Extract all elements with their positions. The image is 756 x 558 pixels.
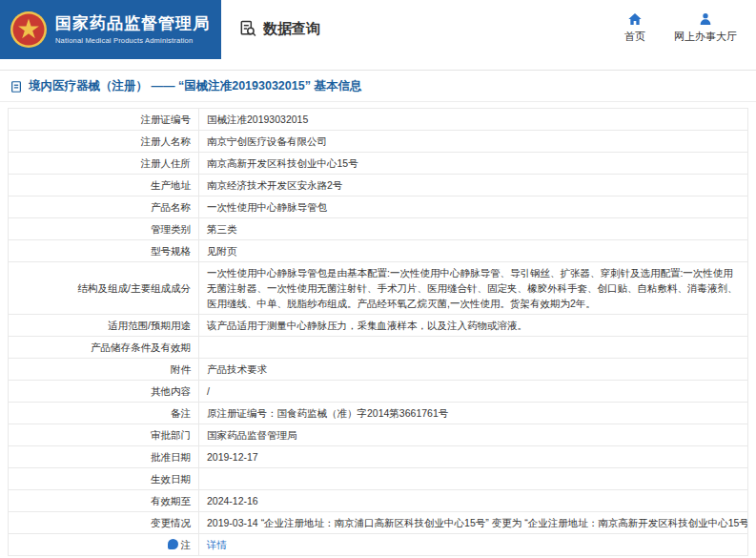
row-label: 结构及组成/主要组成成分 bbox=[9, 262, 199, 315]
row-label: 批准日期 bbox=[9, 446, 199, 468]
nmpa-emblem-icon bbox=[10, 10, 48, 49]
table-row: 结构及组成/主要组成成分一次性使用中心静脉导管包是由基本配置:一次性使用中心静脉… bbox=[9, 262, 748, 315]
brand-banner: 国家药品监督管理局 National Medical Products Admi… bbox=[0, 0, 221, 59]
nav-data-query[interactable]: 数据查询 bbox=[238, 19, 320, 38]
table-row: 其他内容/ bbox=[9, 381, 748, 403]
row-value: 国械注准20193032015 bbox=[199, 109, 748, 131]
table-row: 生效日期 bbox=[9, 468, 748, 490]
table-row: 附件产品技术要求 bbox=[9, 359, 748, 381]
table-row: 适用范围/预期用途该产品适用于测量中心静脉压力，采集血液样本，以及注入药物或溶液… bbox=[9, 315, 748, 337]
row-label: 有效期至 bbox=[9, 490, 199, 512]
row-label: 注册人住所 bbox=[9, 153, 199, 175]
home-icon bbox=[627, 11, 643, 27]
table-row: 注册人名称南京宁创医疗设备有限公司 bbox=[9, 131, 748, 153]
row-label: 生效日期 bbox=[9, 468, 199, 490]
table-row: 注册证编号国械注准20193032015 bbox=[9, 109, 748, 131]
row-label: 备注 bbox=[9, 403, 199, 424]
row-value: 一次性使用中心静脉导管包是由基本配置:一次性使用中心静脉导管、导引钢丝、扩张器、… bbox=[199, 262, 748, 315]
row-value: 一次性使用中心静脉导管包 bbox=[199, 196, 748, 218]
row-value: 2019-03-14 “企业注册地址：南京浦口高新区科技创业中心15号” 变更为… bbox=[199, 512, 748, 534]
row-label: 注册证编号 bbox=[9, 109, 199, 131]
row-label: 产品储存条件及有效期 bbox=[9, 337, 199, 359]
table-row: 生产地址南京经济技术开发区安永路2号 bbox=[9, 175, 748, 196]
row-value bbox=[199, 468, 748, 490]
document-search-icon bbox=[238, 19, 257, 38]
row-value: / bbox=[199, 381, 748, 403]
row-label: 注 bbox=[9, 534, 199, 556]
row-value: 2019-12-17 bbox=[199, 446, 748, 468]
row-label: 适用范围/预期用途 bbox=[9, 315, 199, 337]
row-label: 型号规格 bbox=[9, 240, 199, 262]
table-row: 批准日期2019-12-17 bbox=[9, 446, 748, 468]
nav-home[interactable]: 首页 bbox=[624, 11, 645, 44]
row-label: 产品名称 bbox=[9, 196, 199, 218]
person-icon bbox=[698, 11, 713, 27]
row-value: 产品技术要求 bbox=[199, 359, 748, 381]
row-value: 该产品适用于测量中心静脉压力，采集血液样本，以及注入药物或溶液。 bbox=[199, 315, 748, 337]
table-row: 产品名称一次性使用中心静脉导管包 bbox=[9, 196, 748, 218]
row-label: 附件 bbox=[9, 359, 199, 381]
agency-name: 国家药品监督管理局 bbox=[55, 14, 210, 33]
info-table-body: 注册证编号国械注准20193032015注册人名称南京宁创医疗设备有限公司注册人… bbox=[9, 109, 748, 556]
nav-data-query-label: 数据查询 bbox=[263, 20, 320, 38]
table-row: 注详情 bbox=[9, 534, 748, 556]
document-icon bbox=[10, 80, 23, 93]
table-row: 注册人住所南京高新开发区科技创业中心15号 bbox=[9, 153, 748, 175]
table-row: 审批部门国家药品监督管理局 bbox=[9, 424, 748, 446]
row-value: 详情 bbox=[199, 534, 748, 556]
page-title: 境内医疗器械（注册） —— “国械注准20193032015” 基本信息 bbox=[29, 78, 361, 94]
breadcrumb: 境内医疗器械（注册） —— “国械注准20193032015” 基本信息 bbox=[0, 71, 756, 102]
row-value: 2024-12-16 bbox=[199, 490, 748, 512]
row-label: 其他内容 bbox=[9, 381, 199, 403]
agency-name-en: National Medical Products Administration bbox=[55, 36, 210, 45]
note-icon bbox=[168, 539, 178, 549]
row-value: 原注册证编号：国食药监械（准）字2014第3661761号 bbox=[199, 403, 748, 424]
nav-home-label: 首页 bbox=[624, 30, 645, 44]
nav-service-hall-label: 网上办事大厅 bbox=[674, 30, 737, 44]
row-value bbox=[199, 337, 748, 359]
detail-link[interactable]: 详情 bbox=[207, 539, 227, 550]
info-table: 注册证编号国械注准20193032015注册人名称南京宁创医疗设备有限公司注册人… bbox=[8, 108, 748, 556]
table-row: 有效期至2024-12-16 bbox=[9, 490, 748, 512]
row-value: 第三类 bbox=[199, 218, 748, 240]
table-row: 管理类别第三类 bbox=[9, 218, 748, 240]
row-value: 见附页 bbox=[199, 240, 748, 262]
row-value: 国家药品监督管理局 bbox=[199, 424, 748, 446]
table-row: 产品储存条件及有效期 bbox=[9, 337, 748, 359]
nav-service-hall[interactable]: 网上办事大厅 bbox=[674, 11, 737, 44]
row-label: 注册人名称 bbox=[9, 131, 199, 153]
row-label: 审批部门 bbox=[9, 424, 199, 446]
top-header: 国家药品监督管理局 National Medical Products Admi… bbox=[0, 0, 756, 71]
row-value: 南京经济技术开发区安永路2号 bbox=[199, 175, 748, 196]
table-row: 型号规格见附页 bbox=[9, 240, 748, 262]
row-label: 生产地址 bbox=[9, 175, 199, 196]
row-value: 南京宁创医疗设备有限公司 bbox=[199, 131, 748, 153]
table-row: 变更情况2019-03-14 “企业注册地址：南京浦口高新区科技创业中心15号”… bbox=[9, 512, 748, 534]
top-links: 首页 网上办事大厅 bbox=[624, 11, 737, 44]
row-label: 变更情况 bbox=[9, 512, 199, 534]
brand-titles: 国家药品监督管理局 National Medical Products Admi… bbox=[55, 14, 210, 45]
row-value: 南京高新开发区科技创业中心15号 bbox=[199, 153, 748, 175]
row-label: 管理类别 bbox=[9, 218, 199, 240]
table-row: 备注原注册证编号：国食药监械（准）字2014第3661761号 bbox=[9, 403, 748, 424]
